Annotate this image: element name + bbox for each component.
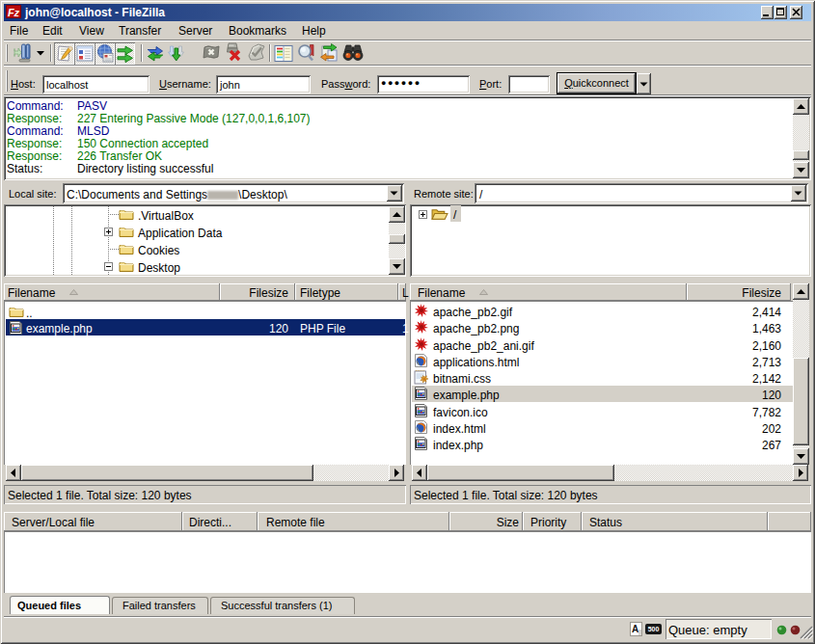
svg-text:A: A bbox=[632, 624, 638, 634]
